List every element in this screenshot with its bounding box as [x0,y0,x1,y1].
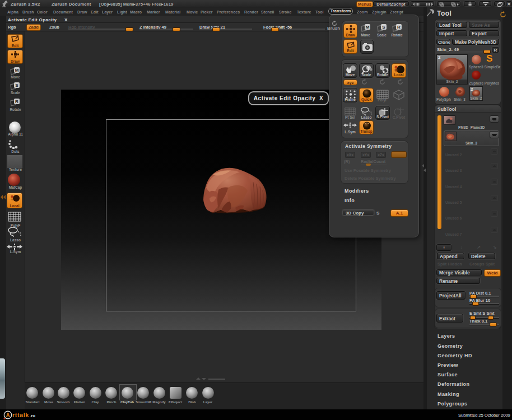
svg-text:M: M [366,25,370,30]
svg-text:S: S [15,83,18,88]
svg-text:S: S [382,25,385,30]
svg-text:R: R [15,99,18,104]
svg-text:.ru: .ru [30,413,35,418]
svg-text:R: R [397,25,401,30]
svg-text:A: A [6,412,10,418]
svg-text:rttalk: rttalk [12,412,29,418]
svg-text:M: M [15,68,19,73]
